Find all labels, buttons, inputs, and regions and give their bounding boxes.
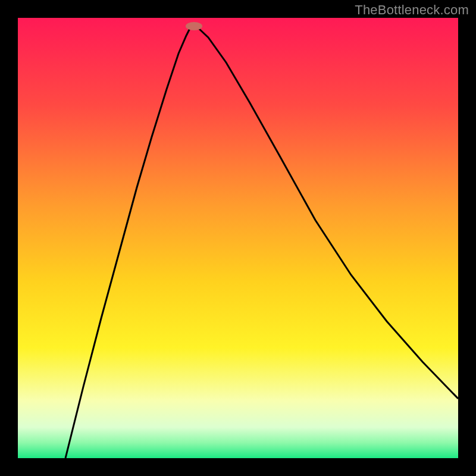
bottleneck-curve — [65, 26, 458, 458]
chart-frame: TheBottleneck.com — [0, 0, 476, 476]
plot-area — [18, 18, 458, 458]
optimal-marker — [186, 22, 202, 30]
curve-layer — [18, 18, 458, 458]
watermark-text: TheBottleneck.com — [355, 2, 469, 18]
